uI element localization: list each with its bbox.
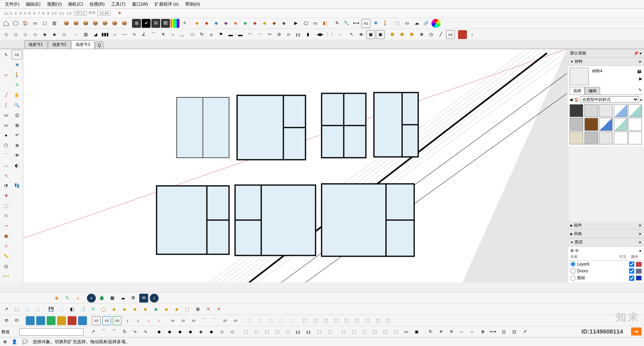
shape2-icon[interactable]: ⬭ (188, 30, 196, 39)
layer2-radio[interactable] (570, 276, 576, 281)
b4-25-icon[interactable]: ⬚ (349, 327, 358, 336)
b4-40-icon[interactable]: ⊡ (510, 327, 518, 336)
b2-docs-icon[interactable]: 📑 (78, 305, 87, 314)
b4-33-icon[interactable]: ✕ (436, 327, 445, 336)
screen-icon[interactable]: ▭ (311, 19, 320, 28)
section-icon[interactable]: ◐ (12, 161, 22, 170)
eyedropper-icon[interactable]: ✎ (638, 87, 642, 95)
b3-f2-icon[interactable]: ▭ (102, 316, 111, 325)
poly-icon[interactable]: ⬠ (1, 140, 11, 150)
shape7-icon[interactable]: ⊘ (275, 30, 283, 39)
cross-icon[interactable]: ✕ (159, 30, 167, 39)
lib-menu-icon[interactable]: ▸ (640, 97, 642, 102)
blank3-icon[interactable] (12, 171, 22, 180)
pencil2-icon[interactable]: ╱ (436, 30, 445, 39)
check-icon[interactable]: ✔ (142, 19, 151, 28)
viewport-3d[interactable] (23, 49, 568, 282)
fence-icon[interactable]: ⫿⫿ (294, 30, 303, 39)
material-swatch-14[interactable] (628, 132, 642, 144)
blank2-icon[interactable] (1, 80, 11, 90)
material-library-select[interactable]: 在模型中的样式 (580, 96, 639, 103)
red-sq-icon[interactable] (458, 30, 467, 39)
cube-icon[interactable] (11, 19, 20, 28)
b4-34-icon[interactable]: ✕ (447, 327, 456, 336)
diamond7-icon[interactable]: ◆ (250, 19, 259, 28)
shape1-icon[interactable]: ◡ (178, 30, 187, 39)
b2-x2-icon[interactable]: ✕ (214, 305, 223, 314)
b3-p4-icon[interactable]: ⌒ (200, 316, 208, 325)
b2-y2-icon[interactable]: ◆ (120, 305, 129, 314)
b4-18-icon[interactable]: ⬚ (273, 327, 282, 336)
b3-p2-icon[interactable]: ▱ (179, 316, 188, 325)
material-swatch-1[interactable] (584, 104, 598, 117)
house-icon[interactable]: 🏠 (21, 19, 30, 28)
b4-16-icon[interactable]: ⬚ (252, 327, 261, 336)
slope-icon[interactable]: ◢ (91, 30, 100, 39)
link-icon[interactable]: 🔗 (422, 19, 431, 28)
solid1-icon[interactable]: ⬢ (388, 30, 397, 39)
ext1-icon[interactable]: ◉ (52, 294, 61, 303)
nav1-icon[interactable]: ↖ (347, 30, 356, 39)
rotate-tool-icon[interactable]: ↻ (1, 211, 11, 220)
protractor-icon[interactable]: ◶ (1, 261, 11, 271)
blank4-icon[interactable] (12, 191, 22, 200)
flag2-icon[interactable]: ⚑ (217, 30, 225, 39)
material-swatch-9[interactable] (628, 118, 642, 131)
compass-icon[interactable]: ◷ (427, 30, 436, 39)
remove-layer-icon[interactable]: ⊖ (575, 248, 578, 253)
diamond8-icon[interactable]: ◆ (260, 19, 269, 28)
rect-tool-icon[interactable]: ▭ (1, 110, 11, 120)
b4-5-icon[interactable]: ∿ (130, 327, 139, 336)
diamond2-icon[interactable]: ◆ (202, 19, 211, 28)
mat-tab-select[interactable]: 选择 (570, 87, 585, 95)
menu-window[interactable]: 窗口(W) (129, 1, 151, 7)
cube-out-icon[interactable]: ⬚ (393, 19, 402, 28)
tab-q[interactable]: Q (95, 41, 104, 49)
b3-s2-icon[interactable] (36, 316, 45, 325)
layer-row-2[interactable]: 图框 (569, 274, 643, 282)
material-preview[interactable] (570, 68, 589, 85)
gradient-icon[interactable] (171, 19, 180, 28)
b4-7-icon[interactable]: ◆ (155, 327, 163, 336)
b3-s3-icon[interactable] (47, 316, 56, 325)
b3-p7-icon[interactable]: ▱ (231, 316, 240, 325)
circle-tool-icon[interactable]: ● (1, 130, 11, 140)
cursor-icon[interactable]: ↖ (180, 19, 189, 28)
b4-30-icon[interactable]: ▭ (402, 327, 411, 336)
b4-38-icon[interactable]: ⟷ (489, 327, 497, 336)
pen-icon[interactable]: ✎ (332, 19, 341, 28)
b2-cubec-icon[interactable]: ⬚ (33, 305, 42, 314)
b2-g1-icon[interactable]: ◆ (151, 305, 160, 314)
doc1-icon[interactable]: ◇ (2, 30, 10, 39)
ext-info-icon[interactable]: i (150, 294, 159, 303)
b4-39-icon[interactable]: ⊡ (499, 327, 508, 336)
b3-g4-icon[interactable]: ⬚ (332, 316, 341, 325)
shape3-icon[interactable]: ▬ (226, 30, 235, 39)
eraser-icon[interactable]: ◧ (320, 19, 329, 28)
color-wheel-icon[interactable] (431, 19, 440, 28)
b3-g1-icon[interactable]: ⬚ (300, 316, 309, 325)
package-icon[interactable]: 📦 (62, 19, 71, 28)
b2-save-icon[interactable]: 💾 (47, 305, 56, 314)
pan-icon[interactable]: ✋ (12, 90, 22, 100)
shape8-icon[interactable]: ▱ (284, 30, 293, 39)
b4-26-icon[interactable]: ⬚ (360, 327, 369, 336)
b3-s1-icon[interactable] (26, 316, 35, 325)
stack-icon[interactable]: ≡ (207, 30, 216, 39)
b4-8-icon[interactable]: ◆ (165, 327, 174, 336)
b2-y4-icon[interactable]: ◆ (141, 305, 150, 314)
diamond6-icon[interactable]: ◆ (241, 19, 250, 28)
b4-6-icon[interactable]: ∿ (141, 327, 150, 336)
ext-mail-icon[interactable]: ✉ (139, 294, 148, 303)
b3-g5-icon[interactable]: ⬚ (342, 316, 351, 325)
close4-icon[interactable]: ✕ (638, 240, 642, 245)
layer1-radio[interactable] (570, 268, 576, 274)
monitor-icon[interactable]: 🖵 (301, 19, 310, 28)
b3-p3-icon[interactable]: ▱ (189, 316, 198, 325)
b4-13-icon[interactable]: ◇ (217, 327, 226, 336)
b2-ring-icon[interactable]: ◯ (99, 305, 108, 314)
arrow2-icon[interactable]: ↔ (110, 30, 119, 39)
target-icon[interactable]: ⊕ (417, 30, 426, 39)
menu-extensions[interactable]: 扩展程序 (x) (151, 1, 182, 7)
b3-a3-icon[interactable]: ↕ (144, 316, 153, 325)
